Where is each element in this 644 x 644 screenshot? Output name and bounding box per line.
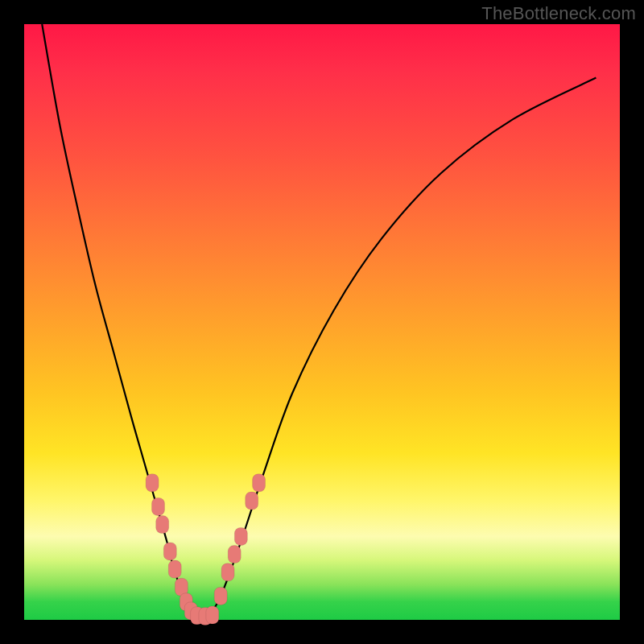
data-marker <box>234 527 247 545</box>
chart-frame: TheBottleneck.com <box>0 0 644 644</box>
marker-layer <box>146 474 265 625</box>
data-marker <box>206 606 219 624</box>
curve-left-branch <box>42 24 196 617</box>
data-marker <box>228 546 241 564</box>
chart-svg <box>24 24 620 620</box>
data-marker <box>168 560 181 578</box>
data-marker <box>246 492 258 510</box>
data-marker <box>146 474 159 492</box>
data-marker <box>156 516 169 534</box>
data-marker <box>221 564 234 581</box>
data-marker <box>163 543 176 560</box>
data-marker <box>152 497 165 515</box>
plot-area <box>24 24 620 620</box>
curve-layer <box>42 24 596 617</box>
curve-right-branch <box>208 78 596 617</box>
data-marker <box>214 587 227 605</box>
watermark-text: TheBottleneck.com <box>481 3 636 24</box>
data-marker <box>253 474 266 492</box>
